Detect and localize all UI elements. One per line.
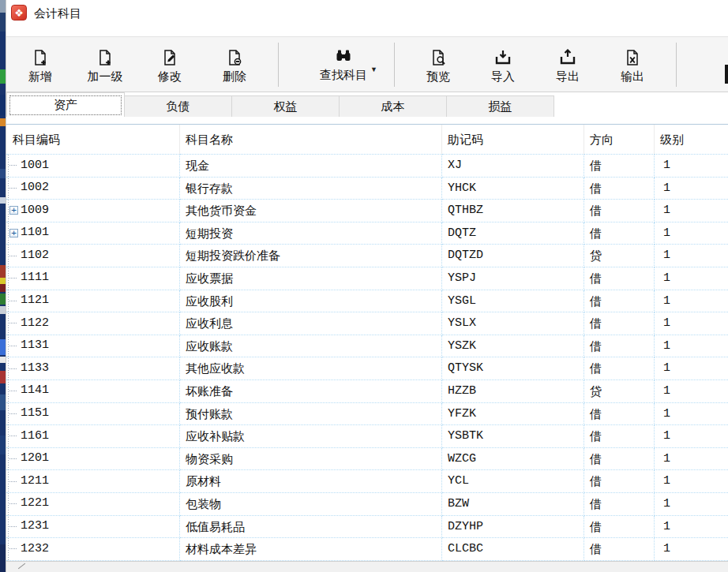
table-row[interactable]: 1133其他应收款QTYSK借1 [6, 357, 728, 380]
cell-name[interactable]: 包装物 [180, 493, 442, 516]
table-row[interactable]: 1141坏账准备HZZB贷1 [6, 380, 728, 403]
cell-code[interactable]: 1002 [6, 178, 180, 200]
cell-mnemonic[interactable]: DQTZ [442, 222, 584, 245]
tab-权益[interactable]: 权益 [231, 95, 340, 117]
cell-code[interactable]: 1151 [6, 403, 180, 426]
tab-负债[interactable]: 负债 [124, 95, 232, 117]
cell-direction[interactable]: 贷 [584, 245, 655, 267]
table-row[interactable]: +1101短期投资DQTZ借1 [6, 222, 728, 245]
cell-mnemonic[interactable]: YSLX [442, 312, 584, 335]
cell-direction[interactable]: 借 [584, 335, 655, 358]
chevron-down-icon[interactable]: ▼ [370, 65, 377, 73]
cell-mnemonic[interactable]: HZZB [442, 380, 584, 403]
add-button[interactable]: 新增 [8, 40, 73, 89]
cell-mnemonic[interactable]: YSBTK [442, 425, 584, 448]
cell-mnemonic[interactable]: YSGL [442, 290, 584, 313]
cell-level[interactable]: 1 [655, 290, 728, 313]
cell-direction[interactable]: 借 [584, 178, 655, 200]
cell-name[interactable]: 应收票据 [180, 267, 442, 290]
cell-code[interactable]: 1211 [6, 470, 180, 493]
cell-code[interactable]: 1231 [6, 516, 180, 539]
cell-level[interactable]: 1 [655, 312, 728, 335]
tab-成本[interactable]: 成本 [339, 95, 447, 117]
column-header-级别[interactable]: 级别 [655, 125, 728, 155]
cell-level[interactable]: 1 [655, 448, 728, 471]
table-row[interactable]: 1111应收票据YSPJ借1 [6, 267, 728, 290]
cell-code[interactable]: +1009 [6, 200, 180, 222]
table-row[interactable]: 1211原材料YCL借1 [6, 470, 728, 493]
cell-code[interactable]: 1001 [6, 155, 180, 178]
cell-level[interactable]: 1 [655, 516, 728, 539]
expand-icon[interactable]: + [9, 229, 18, 237]
find-subject-button[interactable]: 查找科目▼ [290, 40, 383, 89]
table-row[interactable]: 1231低值易耗品DZYHP借1 [6, 516, 728, 539]
cell-mnemonic[interactable]: WZCG [442, 448, 584, 471]
horizontal-scrollbar[interactable] [6, 561, 728, 572]
cell-mnemonic[interactable]: QTHBZ [442, 200, 584, 222]
cell-direction[interactable]: 借 [584, 200, 655, 222]
cell-mnemonic[interactable]: DZYHP [442, 516, 584, 539]
cell-code[interactable]: 1133 [6, 357, 180, 380]
delete-button[interactable]: 删除 [202, 40, 267, 89]
cell-mnemonic[interactable]: CLCBC [442, 538, 584, 561]
cell-direction[interactable]: 借 [584, 357, 655, 380]
export-button[interactable]: 导出 [535, 40, 600, 89]
cell-name[interactable]: 低值易耗品 [180, 516, 442, 539]
cell-level[interactable]: 1 [655, 155, 728, 178]
cell-name[interactable]: 短期投资 [180, 222, 442, 245]
cell-name[interactable]: 现金 [180, 155, 442, 178]
cell-name[interactable]: 坏账准备 [180, 380, 442, 403]
cell-code[interactable]: +1101 [6, 222, 180, 245]
cell-mnemonic[interactable]: YSZK [442, 335, 584, 358]
expand-icon[interactable]: + [9, 206, 18, 215]
table-row[interactable]: 1221包装物BZW借1 [6, 493, 728, 516]
cell-direction[interactable]: 借 [584, 290, 655, 313]
cell-code[interactable]: 1161 [6, 425, 180, 448]
cell-name[interactable]: 预付账款 [180, 403, 442, 426]
cell-level[interactable]: 1 [655, 538, 728, 561]
cell-name[interactable]: 应收股利 [180, 290, 442, 313]
cell-direction[interactable]: 借 [584, 222, 655, 245]
column-header-助记码[interactable]: 助记码 [442, 125, 584, 155]
import-button[interactable]: 导入 [471, 40, 535, 89]
cell-level[interactable]: 1 [655, 380, 728, 403]
preview-button[interactable]: 预览 [406, 40, 471, 89]
table-row[interactable]: +1009其他货币资金QTHBZ借1 [6, 200, 728, 222]
cell-direction[interactable]: 借 [584, 448, 655, 471]
cell-direction[interactable]: 借 [584, 312, 655, 335]
table-row[interactable]: 1121应收股利YSGL借1 [6, 290, 728, 313]
cell-level[interactable]: 1 [655, 222, 728, 245]
cell-mnemonic[interactable]: YCL [442, 470, 584, 493]
cell-level[interactable]: 1 [655, 200, 728, 222]
cell-code[interactable]: 1102 [6, 245, 180, 267]
column-header-科目名称[interactable]: 科目名称 [180, 125, 442, 155]
table-row[interactable]: 1201物资采购WZCG借1 [6, 448, 728, 471]
cell-name[interactable]: 短期投资跌价准备 [180, 245, 442, 267]
cell-name[interactable]: 应收利息 [180, 312, 442, 335]
cell-level[interactable]: 1 [655, 267, 728, 290]
column-header-方向[interactable]: 方向 [584, 125, 655, 155]
cell-name[interactable]: 其他应收款 [180, 357, 442, 380]
cell-level[interactable]: 1 [655, 335, 728, 358]
cell-mnemonic[interactable]: XJ [442, 155, 584, 178]
cell-code[interactable]: 1201 [6, 448, 180, 471]
table-row[interactable]: 1151预付账款YFZK借1 [6, 403, 728, 426]
table-row[interactable]: 1002银行存款YHCK借1 [6, 178, 728, 200]
table-row[interactable]: 1232材料成本差异CLCBC借1 [6, 538, 728, 561]
cell-name[interactable]: 原材料 [180, 470, 442, 493]
cell-mnemonic[interactable]: QTYSK [442, 357, 584, 380]
cell-level[interactable]: 1 [655, 178, 728, 200]
table-row[interactable]: 1102短期投资跌价准备DQTZD贷1 [6, 245, 728, 267]
cell-mnemonic[interactable]: BZW [442, 493, 584, 516]
cell-mnemonic[interactable]: DQTZD [442, 245, 584, 267]
cell-mnemonic[interactable]: YSPJ [442, 267, 584, 290]
output-button[interactable]: 输出 [600, 40, 665, 89]
cell-name[interactable]: 银行存款 [180, 178, 442, 200]
cell-name[interactable]: 应收补贴款 [180, 425, 442, 448]
cell-direction[interactable]: 借 [584, 538, 655, 561]
add-level-button[interactable]: 加一级 [73, 40, 137, 89]
cell-code[interactable]: 1221 [6, 493, 180, 516]
cell-code[interactable]: 1131 [6, 335, 180, 358]
cell-mnemonic[interactable]: YHCK [442, 178, 584, 200]
tab-资产[interactable]: 资产 [6, 92, 125, 117]
